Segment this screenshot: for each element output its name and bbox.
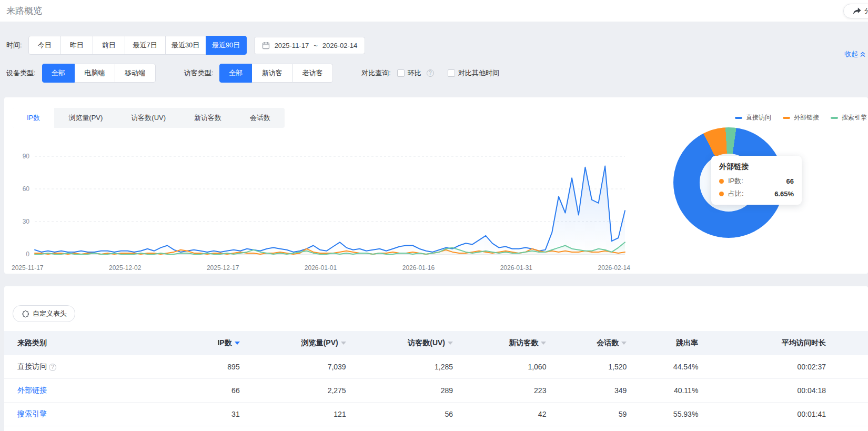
chart-legend: 直接访问 外部链接 搜索引擎 (723, 113, 867, 122)
svg-text:60: 60 (23, 185, 30, 193)
source-category-link[interactable]: 搜索引擎 (17, 409, 47, 418)
time-filter-option[interactable]: 昨日 (60, 36, 93, 55)
device-filter-option[interactable]: 全部 (42, 64, 75, 83)
line-chart-plot: 0306090 (9, 150, 630, 262)
time-filter-group: 今日昨日前日最近7日最近30日最近90日 (28, 36, 247, 55)
sort-caret-icon[interactable] (541, 342, 546, 345)
column-header-label: 来路类别 (17, 338, 47, 347)
table-cell: 895 (186, 355, 253, 379)
page-title: 来路概览 (6, 6, 42, 16)
table-cell: 42 (466, 403, 559, 426)
top-bar: 来路概览 分享 (0, 0, 868, 22)
visitor-filter-option[interactable]: 新访客 (251, 64, 292, 83)
legend-item-direct[interactable]: 直接访问 (735, 113, 771, 122)
compare-ring-label: 环比 (408, 68, 421, 78)
column-header[interactable]: 浏览量(PV) (253, 331, 359, 355)
chevron-double-up-icon (860, 51, 866, 58)
metric-tab[interactable]: 新访客数 (180, 108, 236, 128)
legend-item-external[interactable]: 外部链接 (783, 113, 819, 122)
table-cell: 223 (466, 379, 559, 403)
checkbox-box (397, 69, 405, 77)
column-header-label: IP数 (217, 338, 231, 347)
x-axis-tick: 2025-12-17 (207, 264, 239, 272)
help-icon[interactable]: ? (49, 364, 56, 371)
table-cell-category: 外部链接 (4, 379, 186, 403)
sort-caret-icon[interactable] (341, 342, 346, 345)
source-category-label: 直接访问 (17, 362, 47, 370)
svg-text:90: 90 (23, 153, 30, 160)
table-header-row: 来路类别IP数浏览量(PV)访客数(UV)新访客数会话数跳出率平均访问时长 (4, 331, 868, 355)
table-cell: 1,285 (359, 355, 466, 379)
custom-header-label: 自定义表头 (33, 309, 67, 318)
metric-tab[interactable]: 浏览量(PV) (54, 108, 117, 128)
sort-caret-icon[interactable] (448, 342, 453, 345)
x-axis-tick: 2026-01-31 (500, 264, 532, 272)
metric-tab[interactable]: IP数 (13, 108, 54, 128)
time-filter-option[interactable]: 最近7日 (125, 36, 166, 55)
source-category-link[interactable]: 外部链接 (17, 386, 47, 394)
tooltip-title: 外部链接 (719, 162, 794, 172)
collapse-link[interactable]: 收起 (844, 49, 866, 59)
column-header-label: 新访客数 (509, 338, 538, 347)
table-cell: 40.11% (639, 379, 711, 403)
table-row: 直接访问?8957,0391,2851,0601,52044.54%00:02:… (4, 355, 868, 379)
table-cell: 349 (559, 379, 639, 403)
help-icon[interactable]: ? (427, 69, 434, 77)
x-axis-tick: 2026-02-14 (598, 264, 630, 272)
custom-header-button[interactable]: 自定义表头 (13, 305, 75, 322)
column-header[interactable]: 访客数(UV) (359, 331, 466, 355)
table-row: 搜索引擎3112156425955.93%00:01:41 (4, 403, 868, 426)
tooltip-label: 占比: (728, 189, 744, 198)
column-header[interactable]: 会话数 (559, 331, 639, 355)
time-filter-option[interactable]: 今日 (28, 36, 61, 55)
device-filter-option[interactable]: 电脑端 (74, 64, 115, 83)
svg-text:30: 30 (23, 218, 30, 225)
table-cell: 121 (253, 403, 359, 426)
compare-filter-label: 对比查询: (361, 68, 391, 78)
tooltip-value: 6.65% (774, 190, 794, 198)
time-filter-option[interactable]: 最近90日 (206, 36, 247, 55)
legend-swatch (735, 117, 742, 119)
device-filter-label: 设备类型: (6, 68, 36, 78)
column-header[interactable]: IP数 (186, 331, 253, 355)
compare-other-time-checkbox[interactable]: 对比其他时间 (448, 68, 499, 78)
sort-caret-icon[interactable] (621, 342, 627, 345)
column-header[interactable]: 新访客数 (466, 331, 559, 355)
sort-caret-icon[interactable] (235, 342, 240, 345)
time-filter-option[interactable]: 最近30日 (165, 36, 206, 55)
tooltip-value: 66 (786, 177, 794, 185)
table-cell: 55.93% (639, 403, 711, 426)
metric-tab[interactable]: 会话数 (236, 108, 285, 128)
trend-chart: 0306090 2025-11-172025-12-022025-12-1720… (9, 150, 633, 272)
time-filter-option[interactable]: 前日 (93, 36, 125, 55)
table-cell: 7,039 (253, 355, 359, 379)
share-button[interactable]: 分享 (843, 4, 868, 18)
table-cell: 56 (359, 403, 466, 426)
visitor-filter-option[interactable]: 老访客 (292, 64, 333, 83)
date-range-picker[interactable]: 2025-11-17 ~ 2026-02-14 (254, 37, 366, 54)
device-filter-option[interactable]: 移动端 (115, 64, 156, 83)
x-axis-tick: 2025-11-17 (12, 264, 44, 272)
svg-text:0: 0 (26, 250, 29, 258)
custom-header-icon (21, 310, 29, 318)
column-header: 平均访问时长 (711, 331, 868, 355)
visitor-filter-group: 全部新访客老访客 (219, 64, 333, 83)
metric-tab[interactable]: 访客数(UV) (117, 108, 180, 128)
x-axis-tick: 2025-12-02 (109, 264, 141, 272)
source-table: 来路类别IP数浏览量(PV)访客数(UV)新访客数会话数跳出率平均访问时长 直接… (4, 331, 868, 426)
visitor-filter-option[interactable]: 全部 (219, 64, 252, 83)
time-filter-label: 时间: (6, 41, 22, 50)
compare-other-time-label: 对比其他时间 (458, 68, 499, 78)
table-cell: 44.54% (639, 355, 711, 379)
tooltip-row: 占比: 6.65% (719, 189, 794, 198)
table-cell: 31 (186, 403, 253, 426)
legend-item-search[interactable]: 搜索引擎 (831, 113, 867, 122)
table-cell: 00:01:41 (711, 403, 868, 426)
date-range-end: 2026-02-14 (322, 42, 358, 49)
filter-panel: 收起 时间: 今日昨日前日最近7日最近30日最近90日 2025-11-17 ~… (0, 22, 868, 97)
legend-swatch (783, 117, 790, 119)
column-header: 跳出率 (639, 331, 711, 355)
compare-ring-checkbox[interactable]: 环比 ? (397, 68, 434, 78)
date-range-separator: ~ (314, 42, 318, 49)
table-row: 外部链接662,27528922334940.11%00:04:18 (4, 379, 868, 403)
